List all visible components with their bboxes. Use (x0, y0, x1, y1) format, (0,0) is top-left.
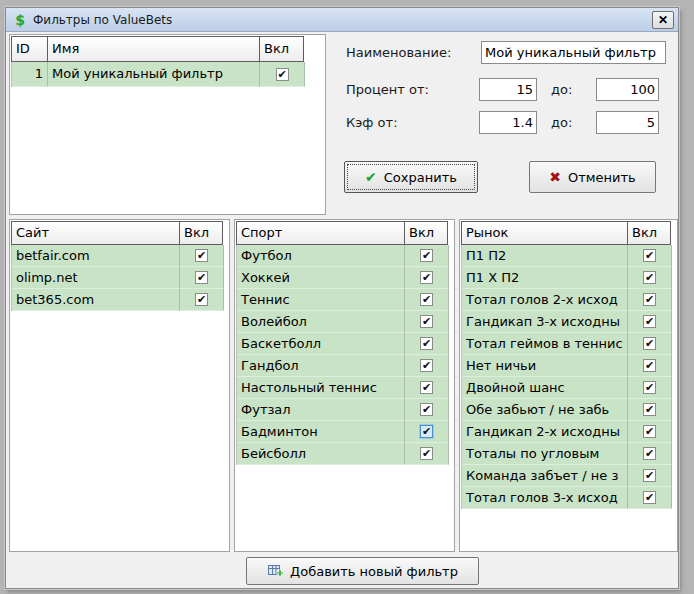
app-dollar-icon: $ (12, 12, 28, 28)
cancel-button[interactable]: ✖ Отменить (529, 161, 656, 193)
row-checkbox[interactable] (195, 271, 208, 284)
save-button[interactable]: ✔ Сохранить (344, 161, 478, 193)
enabled-cell (628, 377, 672, 399)
table-row[interactable]: olimp.net (11, 267, 224, 289)
enabled-cell (405, 333, 449, 355)
row-checkbox[interactable] (643, 425, 656, 438)
table-row[interactable]: bet365.com (11, 289, 224, 311)
cell-label: Тотал геймов в теннис (462, 333, 628, 355)
coef-from-input[interactable] (479, 111, 537, 134)
row-checkbox[interactable] (643, 447, 656, 460)
table-row[interactable]: Баскетболл (236, 333, 449, 355)
row-checkbox[interactable] (195, 293, 208, 306)
row-checkbox[interactable] (420, 249, 433, 262)
cancel-button-label: Отменить (568, 170, 636, 185)
row-checkbox[interactable] (420, 337, 433, 350)
table-row[interactable]: Нет ничьи (461, 355, 672, 377)
column-header[interactable]: Имя (47, 36, 259, 62)
row-checkbox[interactable] (643, 337, 656, 350)
table-row[interactable]: Тотал голов 2-х исход (461, 289, 672, 311)
column-header[interactable]: Вкл (404, 221, 448, 245)
row-checkbox[interactable] (643, 381, 656, 394)
table-row[interactable]: Гандбол (236, 355, 449, 377)
row-checkbox[interactable] (420, 271, 433, 284)
row-checkbox[interactable] (643, 271, 656, 284)
column-header[interactable]: Вкл (179, 221, 223, 245)
row-checkbox[interactable] (195, 249, 208, 262)
cell-label: Нет ничьи (462, 355, 628, 377)
row-checkbox[interactable] (643, 359, 656, 372)
add-filter-button[interactable]: Добавить новый фильтр (246, 557, 479, 585)
row-checkbox[interactable] (420, 425, 433, 438)
row-checkbox[interactable] (420, 293, 433, 306)
table-row[interactable]: Гандикап 2-х исходны (461, 421, 672, 443)
table-row[interactable]: Гандикап 3-х исходны (461, 311, 672, 333)
row-checkbox[interactable] (420, 403, 433, 416)
row-checkbox[interactable] (276, 68, 289, 81)
table-row[interactable]: Тотал голов 3-х исход (461, 487, 672, 509)
table-row[interactable]: Футбол (236, 245, 449, 267)
sites-panel: СайтВклbetfair.comolimp.netbet365.com (9, 219, 230, 552)
column-header[interactable]: Вкл (259, 36, 304, 62)
cell-label: Команда забъет / не з (462, 465, 628, 487)
column-header[interactable]: Спорт (236, 221, 404, 245)
enabled-cell (628, 443, 672, 465)
column-header[interactable]: Рынок (461, 221, 627, 245)
cell-label: Баскетболл (237, 333, 405, 355)
table-row[interactable]: Обе забьют / не забь (461, 399, 672, 421)
table-row[interactable]: Команда забъет / не з (461, 465, 672, 487)
row-checkbox[interactable] (643, 249, 656, 262)
table-row[interactable]: 1Мой уникальный фильтр (11, 62, 305, 87)
cell-label: Бадминтон (237, 421, 405, 443)
cell-label: olimp.net (12, 267, 180, 289)
row-checkbox[interactable] (643, 315, 656, 328)
filters-window: $ Фильтры по ValueBets ✕ IDИмяВкл1Мой ун… (5, 7, 679, 589)
table-row[interactable]: Двойной шанс (461, 377, 672, 399)
cell-label: Настольный теннис (237, 377, 405, 399)
titlebar[interactable]: $ Фильтры по ValueBets ✕ (6, 8, 678, 32)
table-row[interactable]: П1 Х П2 (461, 267, 672, 289)
table-row[interactable]: Теннис (236, 289, 449, 311)
row-checkbox[interactable] (643, 403, 656, 416)
close-button[interactable]: ✕ (652, 11, 674, 29)
coef-to-input[interactable] (596, 111, 659, 134)
markets-table: РынокВклП1 П2П1 Х П2Тотал голов 2-х исхо… (461, 221, 672, 509)
row-checkbox[interactable] (643, 293, 656, 306)
table-row[interactable]: Хоккей (236, 267, 449, 289)
table-row[interactable]: betfair.com (11, 245, 224, 267)
table-row[interactable]: Бадминтон (236, 421, 449, 443)
enabled-cell (180, 267, 224, 289)
enabled-cell (405, 311, 449, 333)
cell-label: Гандикап 3-х исходны (462, 311, 628, 333)
row-checkbox[interactable] (643, 469, 656, 482)
table-row[interactable]: Волейбол (236, 311, 449, 333)
table-row[interactable]: Бейсболл (236, 443, 449, 465)
percent-from-input[interactable] (479, 78, 537, 101)
column-header[interactable]: Вкл (627, 221, 671, 245)
percent-to-label: до: (551, 82, 572, 97)
table-row[interactable]: П1 П2 (461, 245, 672, 267)
column-header[interactable]: ID (11, 36, 47, 62)
table-row[interactable]: Настольный теннис (236, 377, 449, 399)
enabled-cell (628, 465, 672, 487)
table-row[interactable]: Футзал (236, 399, 449, 421)
row-checkbox[interactable] (643, 491, 656, 504)
cell-label: П1 П2 (462, 245, 628, 267)
filter-name-input[interactable] (481, 41, 666, 64)
enabled-cell (405, 421, 449, 443)
enabled-cell (260, 62, 305, 87)
enabled-cell (405, 377, 449, 399)
filters-list-panel: IDИмяВкл1Мой уникальный фильтр (9, 34, 326, 215)
row-checkbox[interactable] (420, 359, 433, 372)
column-header[interactable]: Сайт (11, 221, 179, 245)
table-row[interactable]: Тотал геймов в теннис (461, 333, 672, 355)
window-title: Фильтры по ValueBets (33, 13, 172, 27)
enabled-cell (628, 289, 672, 311)
row-checkbox[interactable] (420, 381, 433, 394)
row-checkbox[interactable] (420, 447, 433, 460)
table-row[interactable]: Тоталы по угловым (461, 443, 672, 465)
percent-to-input[interactable] (596, 78, 659, 101)
enabled-cell (628, 487, 672, 509)
enabled-cell (628, 333, 672, 355)
row-checkbox[interactable] (420, 315, 433, 328)
